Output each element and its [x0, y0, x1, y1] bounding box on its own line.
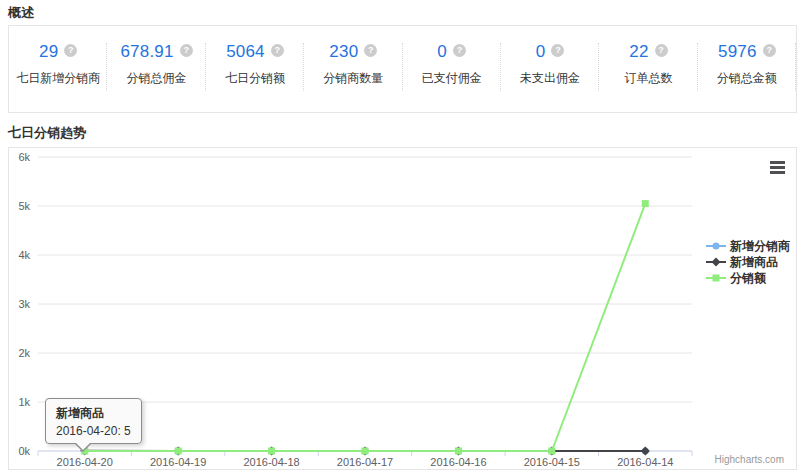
- data-point-marker[interactable]: [641, 447, 650, 456]
- legend-label: 分销额: [730, 270, 766, 287]
- stat-card: 22?订单总数: [599, 26, 697, 112]
- help-icon[interactable]: ?: [763, 44, 776, 57]
- stat-label: 分销总佣金: [107, 70, 205, 87]
- stat-value: 5976: [718, 42, 757, 62]
- stat-label: 已支付佣金: [403, 70, 501, 87]
- y-axis-label: 4k: [18, 249, 30, 261]
- trend-chart-panel: 0k1k2k3k4k5k6k2016-04-202016-04-192016-0…: [8, 147, 797, 470]
- data-point-marker[interactable]: [642, 200, 649, 207]
- y-axis-label: 6k: [18, 151, 30, 163]
- overview-stats-panel: 29?七日新增分销商678.91?分销总佣金5064?七日分销额230?分销商数…: [8, 25, 797, 113]
- hamburger-icon: [770, 161, 786, 174]
- legend-symbol-square-icon: [706, 272, 726, 284]
- x-axis-label: 2016-04-14: [617, 456, 673, 468]
- x-axis-label: 2016-04-18: [243, 456, 299, 468]
- help-icon[interactable]: ?: [271, 44, 284, 57]
- stat-value: 29: [39, 42, 58, 62]
- legend-symbol-diamond-icon: [706, 256, 726, 268]
- legend-item[interactable]: 新增商品: [706, 254, 790, 270]
- y-axis-label: 1k: [18, 396, 30, 408]
- legend-item[interactable]: 分销额: [706, 270, 790, 286]
- stat-label: 七日新增分销商: [9, 70, 107, 87]
- stat-label: 未支出佣金: [501, 70, 599, 87]
- data-point-marker[interactable]: [362, 448, 369, 455]
- legend-label: 新增分销商: [730, 238, 790, 255]
- stat-value: 5064: [226, 42, 265, 62]
- data-point-marker[interactable]: [81, 448, 88, 455]
- stat-card: 0?未支出佣金: [501, 26, 599, 112]
- help-icon[interactable]: ?: [364, 44, 377, 57]
- gridlines: [38, 157, 692, 451]
- x-axis-label: 2016-04-16: [430, 456, 486, 468]
- trend-section-title: 七日分销趋势: [8, 124, 86, 142]
- series-line: [85, 204, 646, 451]
- stat-value: 230: [329, 42, 358, 62]
- data-point-marker[interactable]: [455, 448, 462, 455]
- stat-card: 230?分销商数量: [304, 26, 402, 112]
- overview-section-title: 概述: [8, 4, 34, 22]
- help-icon[interactable]: ?: [180, 44, 193, 57]
- y-axis-label: 3k: [18, 298, 30, 310]
- stat-label: 分销商数量: [304, 70, 402, 87]
- x-axis-label: 2016-04-20: [57, 456, 113, 468]
- stat-label: 订单总数: [599, 70, 697, 87]
- x-axis-label: 2016-04-15: [524, 456, 580, 468]
- trend-line-chart: 0k1k2k3k4k5k6k2016-04-202016-04-192016-0…: [9, 148, 796, 469]
- stat-value: 678.91: [120, 42, 173, 62]
- help-icon[interactable]: ?: [453, 44, 466, 57]
- legend-symbol-circle-icon: [706, 240, 726, 252]
- axis-labels: 0k1k2k3k4k5k6k2016-04-202016-04-192016-0…: [18, 151, 673, 468]
- y-axis-label: 5k: [18, 200, 30, 212]
- data-point-marker[interactable]: [268, 448, 275, 455]
- data-point-marker[interactable]: [548, 448, 555, 455]
- legend-label: 新增商品: [730, 254, 778, 271]
- chart-export-menu-button[interactable]: [765, 157, 791, 179]
- stat-value: 22: [629, 42, 648, 62]
- x-axis-label: 2016-04-19: [150, 456, 206, 468]
- stat-card: 29?七日新增分销商: [9, 26, 107, 112]
- stat-label: 七日分销额: [206, 70, 304, 87]
- chart-legend: 新增分销商新增商品分销额: [706, 238, 790, 286]
- legend-item[interactable]: 新增分销商: [706, 238, 790, 254]
- stat-card: 0?已支付佣金: [403, 26, 501, 112]
- highcharts-credits-link[interactable]: Highcharts.com: [715, 454, 784, 465]
- help-icon[interactable]: ?: [551, 44, 564, 57]
- data-point-marker[interactable]: [175, 448, 182, 455]
- stat-card: 5976?分销总金额: [698, 26, 796, 112]
- stat-card: 678.91?分销总佣金: [107, 26, 205, 112]
- stat-value: 0: [437, 42, 447, 62]
- stat-value: 0: [536, 42, 546, 62]
- x-axis-label: 2016-04-17: [337, 456, 393, 468]
- help-icon[interactable]: ?: [64, 44, 77, 57]
- help-icon[interactable]: ?: [655, 44, 668, 57]
- series-square: [81, 200, 649, 454]
- y-axis-label: 2k: [18, 347, 30, 359]
- stat-card: 5064?七日分销额: [206, 26, 304, 112]
- y-axis-label: 0k: [18, 445, 30, 457]
- stat-label: 分销总金额: [698, 70, 796, 87]
